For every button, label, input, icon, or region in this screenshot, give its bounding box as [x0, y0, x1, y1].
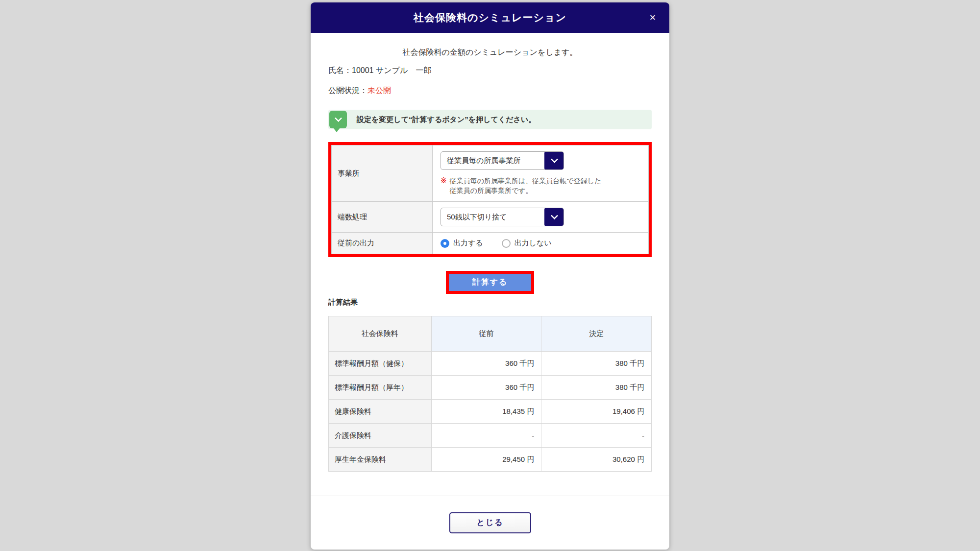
table-row: 標準報酬月額（厚年） 360 千円 380 千円: [329, 376, 652, 400]
office-select-value: 従業員毎の所属事業所: [441, 152, 545, 169]
modal-header: 社会保険料のシミュレーション ×: [311, 2, 669, 33]
intro-text: 社会保険料の金額のシミュレーションをします。: [328, 48, 652, 58]
office-select[interactable]: 従業員毎の所属事業所: [441, 151, 564, 170]
radio-output-no-label: 出力しない: [514, 239, 552, 248]
office-label: 事業所: [332, 145, 433, 202]
office-note-text: 従業員毎の所属事業所は、従業員台帳で登録した 従業員の所属事業所です。: [450, 176, 602, 195]
employee-name-line: 氏名：10001 サンプル 一郎: [328, 66, 652, 76]
status-label: 公開状況：: [328, 86, 368, 95]
radio-selected-icon[interactable]: [441, 239, 449, 248]
simulation-modal: 社会保険料のシミュレーション × 社会保険料の金額のシミュレーションをします。 …: [311, 2, 669, 550]
form-row-rounding: 端数処理 50銭以下切り捨て: [332, 202, 649, 233]
settings-form-table: 事業所 従業員毎の所属事業所 ※ 従業員毎の所属事業所は、従業員台帳で登録した …: [331, 145, 649, 254]
table-row: 健康保険料 18,435 円 19,406 円: [329, 400, 652, 424]
previous-output-radio-group: 出力する 出力しない: [441, 239, 640, 248]
form-row-previous-output: 従前の出力 出力する 出力しない: [332, 233, 649, 254]
close-modal-button[interactable]: とじる: [449, 512, 531, 533]
chevron-down-icon: [544, 208, 564, 226]
rounding-label: 端数処理: [332, 202, 433, 233]
status-badge: 未公開: [368, 86, 391, 95]
results-header-decided: 決定: [541, 316, 652, 352]
radio-output-no[interactable]: 出力しない: [502, 239, 552, 248]
modal-footer: とじる: [311, 496, 669, 550]
table-row: 介護保険料 - -: [329, 424, 652, 448]
modal-body: 社会保険料の金額のシミュレーションをします。 氏名：10001 サンプル 一郎 …: [311, 33, 669, 478]
table-row: 厚生年金保険料 29,450 円 30,620 円: [329, 448, 652, 472]
notice-banner: 設定を変更して“計算するボタン”を押してください。: [328, 110, 652, 129]
results-table: 社会保険料 従前 決定 標準報酬月額（健保） 360 千円 380 千円 標準報…: [328, 316, 652, 472]
rounding-select-value: 50銭以下切り捨て: [441, 208, 545, 226]
name-value: 10001 サンプル 一郎: [352, 66, 431, 74]
settings-form-highlight: 事業所 従業員毎の所属事業所 ※ 従業員毎の所属事業所は、従業員台帳で登録した …: [328, 142, 652, 257]
calculate-button-highlight: 計算する: [446, 271, 534, 294]
office-note: ※ 従業員毎の所属事業所は、従業員台帳で登録した 従業員の所属事業所です。: [441, 176, 640, 195]
results-header-name: 社会保険料: [329, 316, 432, 352]
rounding-select[interactable]: 50銭以下切り捨て: [441, 208, 564, 226]
notice-text: 設定を変更して“計算するボタン”を押してください。: [357, 115, 536, 124]
close-icon[interactable]: ×: [644, 9, 662, 26]
name-label: 氏名：: [328, 66, 352, 74]
results-header-before: 従前: [431, 316, 541, 352]
note-asterisk-icon: ※: [441, 176, 447, 195]
calculate-button[interactable]: 計算する: [449, 274, 531, 291]
publish-status-line: 公開状況：未公開: [328, 86, 652, 96]
results-header-row: 社会保険料 従前 決定: [329, 316, 652, 352]
radio-output-yes-label: 出力する: [453, 239, 483, 248]
radio-output-yes[interactable]: 出力する: [441, 239, 483, 248]
chevron-down-icon: [544, 151, 564, 170]
table-row: 標準報酬月額（健保） 360 千円 380 千円: [329, 352, 652, 376]
chevron-down-icon: [329, 111, 347, 128]
radio-unselected-icon[interactable]: [502, 239, 511, 248]
modal-title: 社会保険料のシミュレーション: [414, 11, 566, 24]
form-row-office: 事業所 従業員毎の所属事業所 ※ 従業員毎の所属事業所は、従業員台帳で登録した …: [332, 145, 649, 202]
previous-output-label: 従前の出力: [332, 233, 433, 254]
results-heading: 計算結果: [328, 298, 652, 307]
